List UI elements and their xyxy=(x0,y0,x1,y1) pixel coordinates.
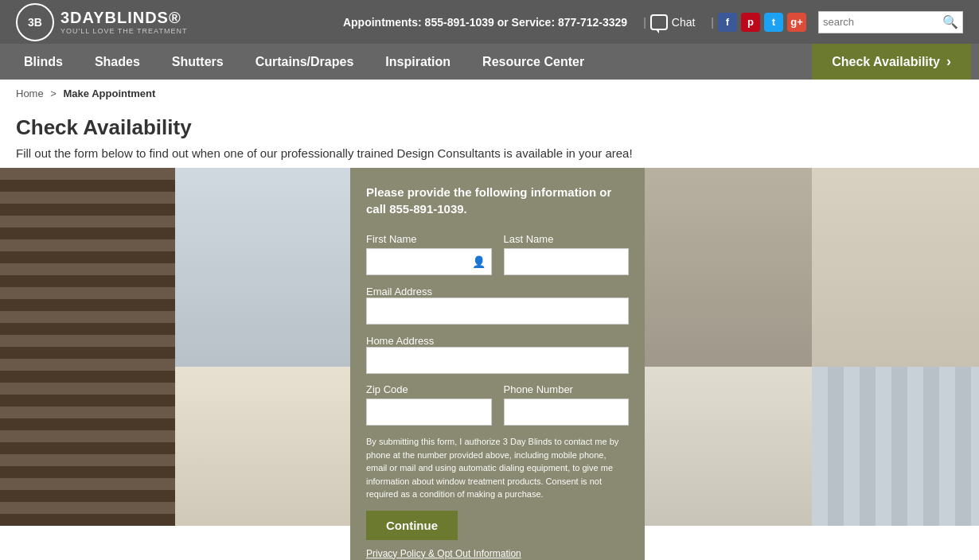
chat-icon xyxy=(650,14,668,30)
breadcrumb-current: Make Appointment xyxy=(64,88,156,99)
left-image-gallery xyxy=(0,168,350,560)
check-avail-arrow: › xyxy=(946,53,951,70)
image-bedroom xyxy=(175,367,350,526)
search-area[interactable]: 🔍 xyxy=(818,11,963,33)
navigation: Blinds Shades Shutters Curtains/Drapes I… xyxy=(0,44,979,80)
zip-input[interactable] xyxy=(366,399,492,426)
image-roman-shades xyxy=(812,168,979,367)
phone-label: Phone Number xyxy=(504,383,630,395)
form-header: Please provide the following information… xyxy=(366,184,629,217)
continue-button[interactable]: Continue xyxy=(366,511,458,540)
check-avail-label: Check Availability xyxy=(832,55,940,69)
right-image-gallery xyxy=(645,168,979,560)
phone-input[interactable] xyxy=(504,399,630,426)
first-name-field-wrapper: 👤 xyxy=(366,248,492,275)
address-group: Home Address xyxy=(366,334,629,374)
twitter-icon[interactable]: t xyxy=(764,13,783,32)
image-vase-room xyxy=(645,367,812,526)
logo[interactable]: 3B 3DAYBLINDS® YOU'LL LOVE THE TREATMENT xyxy=(16,3,187,41)
image-drapes-room xyxy=(812,367,979,526)
nav-item-inspiration[interactable]: Inspiration xyxy=(369,44,466,80)
image-shutters xyxy=(645,168,812,367)
address-label: Home Address xyxy=(366,335,434,347)
last-name-group: Last Name xyxy=(504,233,630,275)
image-curtains-pattern xyxy=(0,168,175,526)
page-subtitle: Fill out the form below to find out when… xyxy=(16,146,963,160)
nav-item-blinds[interactable]: Blinds xyxy=(8,44,79,80)
content-area: Please provide the following information… xyxy=(0,168,979,560)
first-name-group: First Name 👤 xyxy=(366,233,492,275)
email-label: Email Address xyxy=(366,286,432,298)
email-group: Email Address xyxy=(366,285,629,325)
nav-item-curtains[interactable]: Curtains/Drapes xyxy=(240,44,370,80)
divider-2: | xyxy=(711,16,714,29)
social-icons: f p t g+ xyxy=(718,13,806,32)
chat-label: Chat xyxy=(672,16,696,29)
first-name-label: First Name xyxy=(366,233,492,245)
page-title-section: Check Availability Fill out the form bel… xyxy=(0,107,979,164)
last-name-label: Last Name xyxy=(504,233,630,245)
privacy-link[interactable]: Privacy Policy & Opt Out Information xyxy=(366,548,629,559)
contact-info: Appointments: 855-891-1039 or Service: 8… xyxy=(343,16,627,29)
phone-group: Phone Number xyxy=(504,383,630,426)
nav-item-resource-center[interactable]: Resource Center xyxy=(466,44,600,80)
search-input[interactable] xyxy=(823,16,942,28)
nav-item-shades[interactable]: Shades xyxy=(79,44,156,80)
zip-phone-row: Zip Code Phone Number xyxy=(366,383,629,426)
address-input[interactable] xyxy=(366,347,629,374)
divider-1: | xyxy=(643,16,646,29)
image-window-room xyxy=(175,168,350,367)
breadcrumb: Home > Make Appointment xyxy=(0,80,979,107)
breadcrumb-home[interactable]: Home xyxy=(16,88,44,99)
googleplus-icon[interactable]: g+ xyxy=(787,13,806,32)
search-button[interactable]: 🔍 xyxy=(942,14,958,29)
nav-item-shutters[interactable]: Shutters xyxy=(156,44,240,80)
email-input[interactable] xyxy=(366,298,629,325)
chat-button[interactable]: Chat xyxy=(650,14,696,30)
logo-circle: 3B xyxy=(16,3,54,41)
pinterest-icon[interactable]: p xyxy=(741,13,760,32)
last-name-input[interactable] xyxy=(504,248,630,275)
appointment-form: Please provide the following information… xyxy=(350,168,645,560)
page-title: Check Availability xyxy=(16,115,963,140)
legal-text: By submitting this form, I authorize 3 D… xyxy=(366,435,629,501)
brand-name: 3DAYBLINDS® xyxy=(60,9,187,27)
facebook-icon[interactable]: f xyxy=(718,13,737,32)
zip-label: Zip Code xyxy=(366,383,492,395)
name-row: First Name 👤 Last Name xyxy=(366,233,629,275)
breadcrumb-separator: > xyxy=(50,88,57,99)
brand-tagline: YOU'LL LOVE THE TREATMENT xyxy=(60,27,187,35)
contact-card-icon: 👤 xyxy=(472,255,486,268)
check-availability-button[interactable]: Check Availability › xyxy=(812,44,971,80)
zip-group: Zip Code xyxy=(366,383,492,426)
